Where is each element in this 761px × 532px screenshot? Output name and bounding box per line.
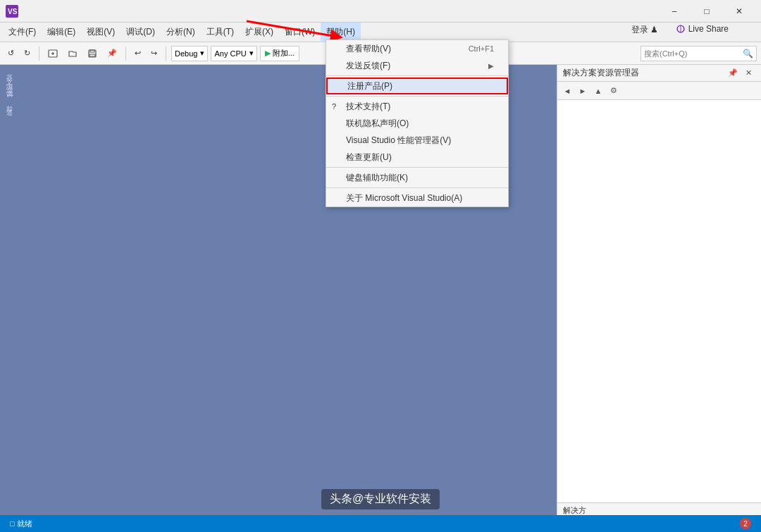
menu-item-tools[interactable]: 工具(T)	[201, 23, 240, 42]
start-icon: ▶	[265, 49, 271, 58]
sidebar-icon-8[interactable]: 道	[1, 103, 14, 106]
menu-arrow: ▶	[488, 62, 494, 70]
menu-sep	[326, 75, 508, 76]
platform-label: Any CPU	[214, 49, 246, 58]
menu-label: 关于 Microsoft Visual Studio(A)	[346, 192, 462, 204]
sidebar-icon-1[interactable]: 文	[1, 72, 14, 75]
menu-item-tech-support[interactable]: ?技术支持(T)	[326, 98, 508, 115]
menu-label: 查看帮助(V)	[346, 43, 391, 55]
sidebar-icon-5[interactable]	[1, 89, 14, 92]
help-menu: 查看帮助(V)Ctrl+F1发送反馈(F)▶注册产品(P)?技术支持(T)联机隐…	[326, 39, 509, 207]
menu-item-debug[interactable]: 调试(D)	[120, 23, 161, 42]
login-label: 登录 ♟	[631, 25, 658, 35]
undo2-button[interactable]: ↩	[131, 45, 144, 62]
sidebar-icon-4[interactable]: 调	[1, 85, 14, 87]
svg-rect-7	[89, 54, 95, 56]
vs-logo: VS	[6, 5, 18, 18]
menu-item-check-updates[interactable]: 检查更新(U)	[326, 149, 508, 166]
right-panel-title: 解决方案资源管理器	[563, 67, 639, 79]
sidebar-icon-2[interactable]: 浏	[1, 76, 14, 79]
menu-item-file[interactable]: 文件(F)	[3, 23, 42, 42]
right-panel-toolbar: ◄ ► ▲ ⚙	[557, 82, 761, 100]
menu-sep	[326, 167, 508, 168]
right-panel-header: 解决方案资源管理器 📌 ✕	[557, 65, 761, 82]
menu-item-send-feedback[interactable]: 发送反馈(F)▶	[326, 57, 508, 74]
menu-label: 发送反馈(F)	[346, 60, 390, 72]
menu-item-extensions[interactable]: 扩展(X)	[240, 23, 279, 42]
panel-back-button[interactable]: ◄	[560, 84, 574, 98]
right-panel-content	[557, 100, 761, 502]
config-label: Debug	[175, 49, 197, 58]
minimize-button[interactable]: –	[658, 0, 691, 23]
save-icon	[87, 49, 97, 58]
menu-item-edit[interactable]: 编辑(E)	[42, 23, 81, 42]
left-sidebar: 器文浏滤调|如道	[0, 65, 16, 518]
live-share-button[interactable]: Live Share	[672, 23, 733, 35]
menu-icon: ?	[332, 102, 336, 111]
platform-dropdown[interactable]: Any CPU ▾	[211, 46, 256, 61]
menu-item-perf-manager[interactable]: Visual Studio 性能管理器(V)	[326, 132, 508, 149]
menu-item-view-help[interactable]: 查看帮助(V)Ctrl+F1	[326, 40, 508, 57]
sidebar-icon-0[interactable]: 器	[1, 68, 14, 70]
sidebar-icon-3[interactable]: 滤	[1, 80, 14, 83]
status-badge: 2	[736, 518, 755, 529]
live-share-label: Live Share	[688, 24, 729, 34]
toolbar-sep-3	[166, 47, 166, 61]
new-project-button[interactable]	[44, 45, 61, 62]
status-ready: □ 就绪	[6, 519, 37, 529]
panel-settings-button[interactable]: ⚙	[607, 84, 621, 98]
menu-sep	[326, 96, 508, 97]
menu-label: 检查更新(U)	[346, 151, 392, 163]
menu-item-register[interactable]: 注册产品(P)	[326, 78, 508, 94]
login-button[interactable]: 登录 ♟	[627, 23, 662, 37]
panel-pin-button[interactable]: 📌	[726, 66, 740, 80]
toolbar-sep-2	[125, 47, 126, 61]
open-button[interactable]	[64, 45, 81, 62]
save-button[interactable]	[84, 45, 101, 62]
menu-item-about[interactable]: 关于 Microsoft Visual Studio(A)	[326, 190, 508, 206]
status-text: 就绪	[17, 519, 32, 529]
redo2-button[interactable]: ↪	[147, 45, 161, 62]
menu-sep	[326, 187, 508, 188]
menu-item-analyze[interactable]: 分析(N)	[161, 23, 201, 42]
menu-item-privacy[interactable]: 联机隐私声明(O)	[326, 115, 508, 132]
menu-item-keyboard-help[interactable]: 键盘辅助功能(K)	[326, 169, 508, 186]
right-panel-footer-text: 解决方	[563, 505, 586, 516]
pin-button[interactable]: 📌	[104, 45, 120, 62]
menu-label: 键盘辅助功能(K)	[346, 172, 408, 184]
close-button[interactable]: ✕	[723, 0, 755, 23]
menu-item-window[interactable]: 窗口(W)	[279, 23, 321, 42]
panel-up-button[interactable]: ▲	[591, 84, 605, 98]
status-bar: □ 就绪 2	[0, 515, 761, 532]
config-dropdown[interactable]: Debug ▾	[171, 46, 208, 61]
right-panel: 解决方案资源管理器 📌 ✕ ◄ ► ▲ ⚙ 解决方	[557, 65, 761, 518]
menu-label: 技术支持(T)	[346, 101, 390, 113]
search-input[interactable]	[644, 49, 743, 58]
svg-rect-6	[90, 50, 94, 52]
menu-item-view[interactable]: 视图(V)	[81, 23, 120, 42]
start-button[interactable]: ▶ 附加...	[260, 46, 299, 61]
config-arrow: ▾	[200, 49, 204, 58]
status-badge-number: 2	[740, 518, 751, 529]
svg-text:VS: VS	[8, 8, 18, 16]
redo-button[interactable]: ↻	[20, 45, 34, 62]
menu-shortcut: Ctrl+F1	[469, 44, 494, 53]
panel-close-button[interactable]: ✕	[741, 66, 755, 80]
live-share-icon	[676, 24, 686, 34]
undo-button[interactable]: ↺	[4, 45, 18, 62]
status-icon: □	[10, 519, 15, 528]
search-box[interactable]: 🔍	[641, 46, 757, 61]
search-icon: 🔍	[743, 49, 753, 58]
sidebar-icon-7[interactable]: 如	[1, 99, 14, 101]
open-icon	[68, 49, 78, 58]
title-bar: VS – □ ✕	[0, 0, 761, 23]
window-controls: – □ ✕	[658, 0, 755, 23]
new-project-icon	[48, 49, 58, 58]
toolbar-sep-1	[39, 47, 39, 61]
panel-forward-button[interactable]: ►	[576, 84, 590, 98]
sidebar-icon-6[interactable]: |	[1, 93, 14, 97]
restore-button[interactable]: □	[691, 0, 723, 23]
platform-arrow: ▾	[249, 49, 254, 58]
start-label: 附加...	[273, 48, 295, 58]
menu-label: 注册产品(P)	[347, 80, 392, 92]
